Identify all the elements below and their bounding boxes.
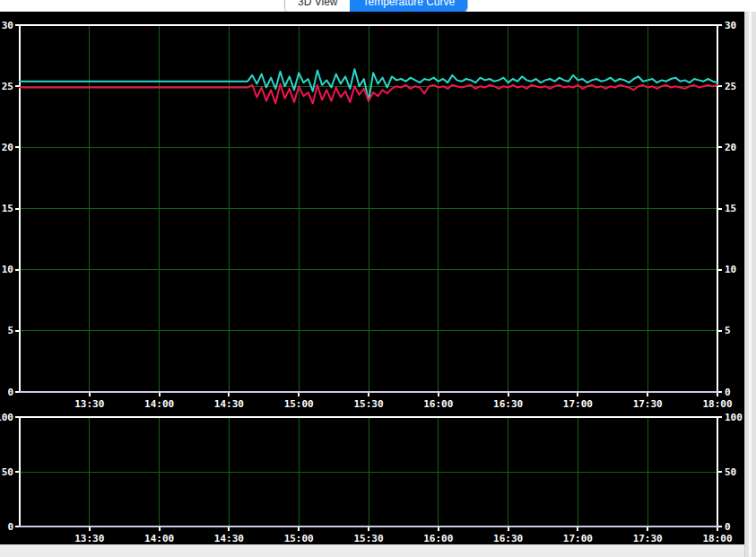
y-tick-label-right: 30 [725, 20, 736, 31]
x-tick-label: 15:30 [353, 398, 383, 410]
y-tick-label-left: 25 [2, 81, 13, 92]
y-tick-label-right: 5 [725, 325, 731, 336]
y-tick-label-left: 0 [7, 387, 13, 398]
x-tick-label: 18:00 [702, 398, 732, 410]
y-tick-label-right: 0 [725, 387, 731, 398]
x-tick-label: 14:30 [214, 398, 244, 410]
x-tick-label: 17:30 [633, 398, 663, 410]
y-tick-label-left: 5 [7, 325, 13, 336]
tab-temperature-curve[interactable]: Temperature Curve [350, 0, 467, 12]
view-tab-strip: 3D View Temperature Curve [0, 0, 756, 12]
x-tick-label: 17:00 [563, 398, 593, 410]
x-tick-label: 13:30 [74, 533, 104, 544]
x-tick-label: 17:00 [563, 533, 593, 544]
y-tick-label-right: 20 [725, 142, 736, 153]
y-tick-label-right: 100 [725, 412, 743, 423]
y-tick-label-right: 50 [725, 466, 736, 478]
y-tick-label-left: 50 [2, 466, 13, 478]
x-tick-label: 18:00 [702, 533, 732, 544]
view-segmented-control: 3D View Temperature Curve [284, 0, 468, 12]
x-tick-label: 16:30 [493, 533, 523, 544]
y-tick-label-right: 15 [725, 203, 736, 214]
chart-1 [15, 417, 722, 531]
temperature-charts: 13:3014:0014:3015:0015:3016:0016:3017:00… [0, 12, 744, 544]
y-tick-label-left: 15 [2, 203, 13, 214]
y-tick-label-right: 25 [725, 81, 736, 92]
x-tick-label: 16:30 [493, 398, 523, 410]
scrollbar-thumb[interactable] [749, 12, 752, 557]
y-tick-label-right: 0 [725, 521, 731, 533]
bottom-margin-strip [0, 544, 744, 557]
y-tick-label-left: 20 [2, 142, 13, 153]
x-tick-label: 15:30 [353, 533, 383, 544]
x-tick-label: 14:00 [144, 398, 174, 410]
x-tick-label: 16:00 [423, 533, 453, 544]
y-tick-label-right: 10 [725, 264, 736, 275]
chart-0 [15, 25, 722, 396]
y-tick-label-left: 0 [7, 521, 13, 533]
x-tick-label: 13:30 [74, 398, 104, 410]
y-tick-label-left: 30 [2, 20, 13, 31]
tab-3d-view[interactable]: 3D View [285, 0, 350, 12]
x-tick-label: 15:00 [284, 398, 314, 410]
y-tick-label-left: 100 [0, 412, 13, 423]
y-tick-label-left: 10 [2, 264, 13, 275]
x-tick-label: 14:00 [144, 533, 174, 544]
x-tick-label: 14:30 [214, 533, 244, 544]
vertical-scrollbar[interactable] [744, 12, 756, 557]
chart-panel: 13:3014:0014:3015:0015:3016:0016:3017:00… [0, 12, 744, 544]
x-tick-label: 17:30 [633, 533, 663, 544]
x-tick-label: 15:00 [284, 533, 314, 544]
x-tick-label: 16:00 [423, 398, 453, 410]
